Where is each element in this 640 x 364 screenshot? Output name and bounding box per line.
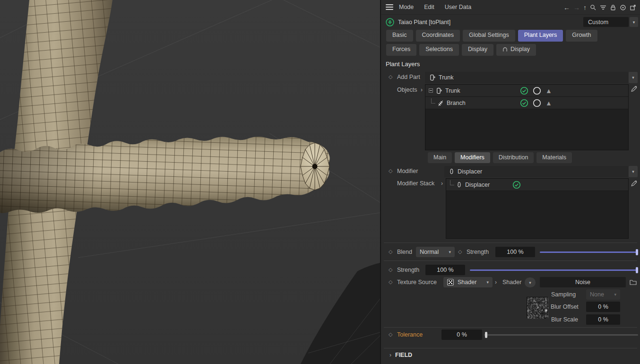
tab-row-2: Forces Selections Display Display bbox=[386, 44, 536, 56]
keyframe-diamond-icon[interactable]: ◇ bbox=[389, 267, 392, 273]
tab-display-hud[interactable]: Display bbox=[496, 44, 536, 56]
triangle-icon[interactable]: ▲ bbox=[545, 100, 552, 106]
menu-user-data[interactable]: User Data bbox=[445, 4, 471, 10]
back-icon[interactable]: ← bbox=[563, 4, 570, 11]
sampling-label: Sampling bbox=[551, 291, 576, 298]
modifier-name: Displacer bbox=[465, 182, 490, 188]
blend-strength-field[interactable]: 100 % bbox=[495, 247, 535, 257]
tab-growth[interactable]: Growth bbox=[566, 30, 597, 42]
noise-preview-thumbnail[interactable] bbox=[527, 297, 548, 318]
tree-connector bbox=[450, 180, 454, 185]
collapse-expander-icon[interactable] bbox=[429, 88, 433, 93]
triangle-icon[interactable]: ▲ bbox=[545, 87, 552, 94]
tab-forces[interactable]: Forces bbox=[386, 44, 416, 56]
pick-object-icon[interactable] bbox=[631, 85, 638, 92]
hamburger-menu-icon[interactable] bbox=[386, 4, 393, 10]
shader-options-button[interactable]: ▾ bbox=[525, 277, 536, 287]
blend-label: Blend bbox=[397, 249, 412, 255]
keyframe-diamond-icon[interactable]: ◇ bbox=[389, 249, 392, 255]
dropdown-arrow-icon: ▾ bbox=[614, 292, 616, 297]
tab-plant-layers[interactable]: Plant Layers bbox=[518, 30, 563, 42]
tab-display[interactable]: Display bbox=[462, 44, 493, 56]
keyframe-diamond-icon[interactable]: ◇ bbox=[389, 168, 392, 174]
filter-icon[interactable] bbox=[600, 4, 606, 11]
blur-offset-field[interactable]: 0 % bbox=[586, 302, 620, 312]
search-icon[interactable] bbox=[590, 4, 597, 11]
preset-dropdown-arrow[interactable]: ▾ bbox=[630, 17, 638, 27]
strength-field[interactable]: 100 % bbox=[425, 265, 465, 275]
enabled-check-icon[interactable] bbox=[520, 99, 528, 107]
modifier-stack-list: Displacer bbox=[446, 178, 629, 239]
add-part-dropdown-arrow[interactable]: ▾ bbox=[629, 72, 638, 83]
blend-select[interactable]: Normal ▾ bbox=[416, 247, 455, 257]
texture-source-label: Texture Source bbox=[397, 279, 437, 286]
arch-icon bbox=[502, 47, 508, 52]
menu-edit[interactable]: Edit bbox=[424, 4, 434, 10]
expand-chevron-icon[interactable]: › bbox=[389, 352, 391, 358]
tab-selections[interactable]: Selections bbox=[419, 44, 459, 56]
add-part-label: Add Part bbox=[397, 74, 420, 80]
dropdown-arrow-icon: ▾ bbox=[449, 250, 451, 254]
strength-slider[interactable] bbox=[470, 265, 638, 275]
texture-source-select[interactable]: Shader ▾ bbox=[443, 277, 493, 287]
modifier-stack-chevron[interactable]: › bbox=[441, 180, 443, 187]
keyframe-diamond-icon[interactable]: ◇ bbox=[389, 279, 392, 285]
keyframe-diamond-icon[interactable]: ◇ bbox=[389, 74, 392, 80]
up-icon[interactable]: ↑ bbox=[583, 4, 587, 11]
modifier-dropdown-arrow[interactable]: ▾ bbox=[629, 166, 638, 177]
enabled-check-icon[interactable] bbox=[520, 87, 528, 95]
add-part-dropdown[interactable]: Trunk bbox=[425, 72, 628, 83]
section-title: Plant Layers bbox=[386, 61, 420, 68]
field-group-header[interactable]: › FIELD bbox=[389, 352, 412, 358]
keyframe-diamond-icon[interactable]: ◇ bbox=[458, 249, 462, 255]
blend-strength-slider[interactable] bbox=[540, 247, 638, 257]
object-row-branch[interactable]: Branch ▲ bbox=[425, 97, 628, 109]
open-external-icon[interactable] bbox=[630, 4, 636, 11]
slider-handle[interactable] bbox=[485, 332, 487, 338]
tab-coordinates[interactable]: Coordinates bbox=[416, 30, 460, 42]
target-icon[interactable] bbox=[620, 4, 626, 11]
pick-modifier-icon[interactable] bbox=[631, 179, 638, 187]
folder-icon[interactable] bbox=[630, 279, 637, 286]
tolerance-field[interactable]: 0 % bbox=[441, 329, 482, 340]
tolerance-label: Tolerance bbox=[397, 331, 423, 338]
strength-label: Strength bbox=[397, 267, 419, 273]
visibility-circle-icon[interactable] bbox=[533, 87, 541, 95]
subtab-main[interactable]: Main bbox=[428, 152, 452, 163]
objects-label: Objects bbox=[397, 87, 417, 93]
displacer-icon bbox=[456, 181, 462, 189]
tab-basic[interactable]: Basic bbox=[386, 30, 413, 42]
modifier-row-displacer[interactable]: Displacer bbox=[446, 179, 628, 191]
tab-row-1: Basic Coordinates Global Settings Plant … bbox=[386, 30, 597, 42]
subtab-distribution[interactable]: Distribution bbox=[493, 152, 534, 163]
slider-handle[interactable] bbox=[636, 267, 638, 273]
divider bbox=[384, 243, 637, 243]
tab-global-settings[interactable]: Global Settings bbox=[463, 30, 515, 42]
lock-icon[interactable] bbox=[610, 4, 616, 11]
visibility-circle-icon[interactable] bbox=[533, 99, 541, 107]
modifier-dropdown[interactable]: Displacer bbox=[444, 166, 628, 177]
object-title: Taiao Plant [toPlant] bbox=[398, 19, 450, 26]
preset-select[interactable]: Custom bbox=[583, 17, 629, 27]
tolerance-slider[interactable] bbox=[484, 329, 638, 340]
plant-object-icon bbox=[386, 18, 394, 26]
menu-mode[interactable]: Mode bbox=[399, 4, 414, 10]
noise-shader-button[interactable]: Noise bbox=[540, 277, 626, 287]
objects-chevron[interactable]: › bbox=[421, 87, 423, 93]
branch-icon bbox=[437, 99, 444, 107]
forward-icon[interactable]: → bbox=[573, 4, 580, 11]
subtab-modifiers[interactable]: Modifiers bbox=[455, 152, 490, 163]
app-window: Mode Edit User Data ← → ↑ bbox=[0, 0, 640, 364]
enabled-check-icon[interactable] bbox=[512, 181, 521, 189]
shader-label: Shader bbox=[502, 279, 521, 286]
blur-offset-label: Blur Offset bbox=[551, 303, 579, 310]
viewport-3d[interactable] bbox=[0, 0, 380, 364]
keyframe-diamond-icon[interactable]: ◇ bbox=[389, 331, 392, 338]
slider-handle[interactable] bbox=[636, 249, 638, 255]
trunk-icon bbox=[429, 74, 435, 81]
object-row-trunk[interactable]: Trunk ▲ bbox=[425, 85, 628, 97]
shader-chevron[interactable]: › bbox=[495, 279, 497, 286]
blur-scale-field[interactable]: 0 % bbox=[586, 314, 620, 325]
subtab-materials[interactable]: Materials bbox=[536, 152, 572, 163]
sampling-select[interactable]: None ▾ bbox=[586, 289, 620, 300]
